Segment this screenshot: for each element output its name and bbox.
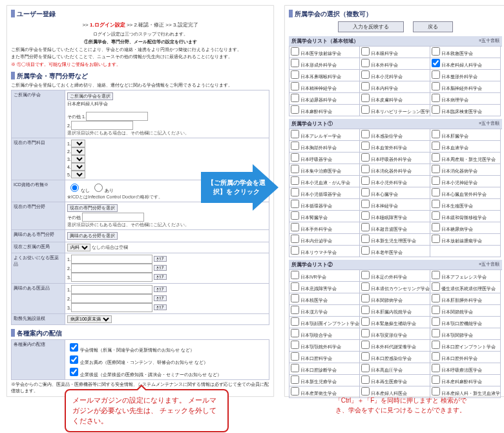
society-cell[interactable]: 日本顎関節学会: [430, 328, 501, 340]
society-checkbox[interactable]: [291, 235, 299, 243]
specialty-4[interactable]: [71, 163, 85, 171]
society-cell[interactable]: 日本麻酔科学会: [289, 105, 360, 116]
society-cell[interactable]: 日本口腔科学会: [289, 352, 360, 363]
society-cell[interactable]: 日本呼吸器学会: [289, 153, 360, 164]
society-cell[interactable]: 日本感染症学会: [360, 129, 430, 141]
society-cell[interactable]: 日本循環器学会: [289, 199, 360, 211]
drug-3[interactable]: [71, 273, 152, 282]
society-checkbox[interactable]: [361, 176, 370, 185]
mail-ck-3[interactable]: [70, 368, 78, 376]
society-cell[interactable]: 日本外科代謝栄養学会: [360, 340, 430, 352]
society-checkbox[interactable]: [291, 130, 299, 138]
dept-select[interactable]: 内科: [67, 244, 90, 251]
society-cell[interactable]: 日本核医学会: [289, 293, 360, 305]
society-cell[interactable]: 日本超音波医学会: [360, 222, 430, 234]
society-checkbox[interactable]: [432, 387, 440, 396]
society-cell[interactable]: 日本顎顎鏡外科学会: [289, 340, 360, 352]
society-checkbox[interactable]: [291, 282, 299, 291]
sort-icon[interactable]: ≡五十音順: [479, 120, 499, 127]
society-cell[interactable]: 日本口腔外科学会: [430, 352, 501, 363]
society-checkbox[interactable]: [291, 153, 299, 162]
society-checkbox[interactable]: [432, 165, 440, 173]
society-checkbox[interactable]: [361, 165, 370, 173]
society-other-2[interactable]: [71, 121, 133, 130]
society-cell[interactable]: 日本新生児療学会: [289, 375, 360, 386]
society-checkbox[interactable]: [361, 387, 370, 396]
society-checkbox[interactable]: [291, 341, 299, 349]
society-cell[interactable]: 日本肝胆膵外科学会: [430, 293, 501, 305]
society-cell[interactable]: 日本臨床検査医学会: [430, 105, 501, 116]
society-cell[interactable]: 日本小児外科学会: [360, 176, 430, 187]
society-checkbox[interactable]: [361, 306, 370, 314]
society-cell[interactable]: 日本生殖医学会: [430, 199, 501, 211]
society-cell[interactable]: 日本再生医療学会: [360, 375, 430, 386]
society-checkbox[interactable]: [432, 153, 440, 162]
society-cell[interactable]: 日本放射線腫瘍学会: [430, 234, 501, 246]
society-checkbox[interactable]: [361, 246, 370, 255]
society-checkbox[interactable]: [291, 364, 299, 372]
drug-2-clear[interactable]: ｸﾘｱ: [154, 265, 167, 271]
society-cell[interactable]: 日本神経学会: [360, 199, 430, 211]
society-checkbox[interactable]: [432, 317, 440, 326]
society-checkbox[interactable]: [291, 329, 299, 337]
society-cell[interactable]: 日本肝臓内視鏡学会: [360, 305, 430, 317]
society-checkbox[interactable]: [432, 82, 440, 90]
society-cell[interactable]: 日本産科婦人科学会: [430, 58, 501, 70]
society-checkbox[interactable]: [361, 59, 370, 67]
society-cell[interactable]: 日本医学放射線学会: [289, 47, 360, 58]
society-checkbox[interactable]: [291, 306, 299, 314]
society-checkbox[interactable]: [291, 271, 299, 279]
society-cell[interactable]: 日本老年医学会: [360, 246, 430, 257]
society-cell[interactable]: 日本顎口腔機能学会: [430, 317, 501, 328]
society-checkbox[interactable]: [432, 223, 440, 231]
society-checkbox[interactable]: [291, 200, 299, 208]
society-cell[interactable]: 日本顎変形症学会: [360, 328, 430, 340]
society-cell[interactable]: 日本胸部外科学会: [289, 141, 360, 153]
society-checkbox[interactable]: [361, 282, 370, 291]
society-cell[interactable]: 日本周産期・新生児医学会: [430, 153, 501, 164]
icd-no[interactable]: [70, 184, 79, 192]
society-cell[interactable]: 日本漢方学会: [289, 305, 360, 317]
society-other-1[interactable]: [86, 112, 148, 121]
society-checkbox[interactable]: [361, 130, 370, 138]
society-checkbox[interactable]: [291, 223, 299, 231]
society-cell[interactable]: 日本顎顔面インプラント学会: [289, 317, 360, 328]
society-cell[interactable]: 日本IVR学会: [289, 270, 360, 282]
facility-select[interactable]: 病床100床未満: [67, 315, 112, 323]
mail-ck-1[interactable]: [70, 343, 78, 352]
society-cell[interactable]: 日本血液学会: [430, 141, 501, 153]
society-cell[interactable]: 日本足の外科学会: [360, 270, 430, 282]
society-checkbox[interactable]: [291, 165, 299, 173]
society-cell[interactable]: 日本産科麻酔科学会: [430, 375, 501, 386]
society-cell[interactable]: 日本口腔インプラント学会: [430, 340, 501, 352]
society-cell[interactable]: 日本小児神経学会: [430, 176, 501, 187]
society-checkbox[interactable]: [361, 352, 370, 361]
society-checkbox[interactable]: [361, 47, 370, 56]
society-cell[interactable]: 日本遺伝カウンセリング学会: [360, 282, 430, 293]
select-society-button[interactable]: ご所属の学会を選択: [67, 92, 113, 100]
society-checkbox[interactable]: [432, 271, 440, 279]
society-checkbox[interactable]: [291, 387, 299, 396]
society-cell[interactable]: 日本意識障害学会: [289, 282, 360, 293]
society-cell[interactable]: 日本泌尿器科学会: [289, 93, 360, 105]
society-cell[interactable]: 日本精神神経学会: [289, 81, 360, 93]
society-cell[interactable]: 日本口腔診断学会: [289, 363, 360, 375]
society-checkbox[interactable]: [291, 47, 299, 56]
drugint-1[interactable]: [71, 285, 152, 294]
society-checkbox[interactable]: [361, 375, 370, 384]
society-cell[interactable]: 日本アフェレシス学会: [430, 270, 501, 282]
society-cell[interactable]: 日本小児循環器学会: [289, 187, 360, 199]
society-checkbox[interactable]: [432, 130, 440, 138]
icd-yes[interactable]: [94, 184, 103, 192]
society-checkbox[interactable]: [291, 246, 299, 255]
society-checkbox[interactable]: [291, 94, 299, 102]
society-checkbox[interactable]: [432, 70, 440, 79]
society-cell[interactable]: 日本内科学会: [360, 81, 430, 93]
society-cell[interactable]: 日本関節鏡学会: [430, 305, 501, 317]
society-cell[interactable]: 日本新生児生理医学会: [360, 234, 430, 246]
society-cell[interactable]: 日本皮膚科学会: [360, 93, 430, 105]
society-checkbox[interactable]: [361, 317, 370, 326]
apply-button[interactable]: 入力を反映する: [338, 21, 404, 32]
society-cell[interactable]: 日本消化器病学会: [430, 164, 501, 176]
drug-1-clear[interactable]: ｸﾘｱ: [154, 256, 167, 262]
